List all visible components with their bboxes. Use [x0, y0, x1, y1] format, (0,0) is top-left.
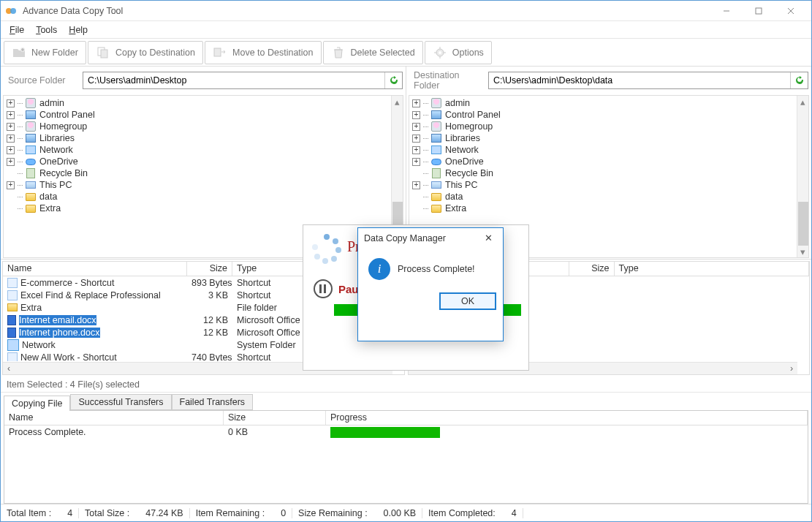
file-size: 12 KB: [187, 315, 232, 325]
tree-item[interactable]: Extra: [409, 203, 797, 214]
col-type[interactable]: Type: [615, 262, 810, 276]
tree-item[interactable]: Extra: [4, 203, 391, 214]
item-remaining-value: 0: [281, 508, 286, 518]
col-size[interactable]: Size: [224, 411, 326, 425]
scroll-right-icon[interactable]: ›: [786, 363, 797, 374]
tab-failed-transfers[interactable]: Failed Transfers: [172, 394, 254, 410]
tree-item[interactable]: Recycle Bin: [4, 167, 391, 179]
bin-icon: [430, 167, 442, 179]
item-completed-value: 4: [512, 508, 517, 518]
tree-item[interactable]: data: [4, 191, 391, 203]
tree-item[interactable]: Recycle Bin: [409, 167, 797, 179]
expand-icon[interactable]: [412, 99, 420, 107]
tree-item[interactable]: OneDrive: [409, 156, 797, 167]
scroll-thumb[interactable]: [798, 202, 808, 246]
tree-item[interactable]: Homegroup: [4, 121, 391, 132]
expand-icon[interactable]: [412, 181, 420, 189]
destination-tree-scrollbar[interactable]: ▴ ▾: [797, 96, 808, 257]
expand-icon[interactable]: [7, 181, 15, 189]
source-refresh-button[interactable]: [384, 72, 402, 88]
maximize-button[interactable]: [743, 1, 775, 21]
tree-item[interactable]: Network: [4, 144, 391, 156]
close-button[interactable]: [775, 1, 807, 21]
trash-icon: [331, 45, 346, 60]
source-path-input[interactable]: [83, 74, 384, 87]
total-item-label: Total Item :: [7, 508, 51, 518]
tree-item[interactable]: Control Panel: [409, 109, 797, 121]
scroll-left-icon[interactable]: ‹: [3, 363, 15, 374]
col-size[interactable]: Size: [187, 262, 232, 276]
expand-icon[interactable]: [412, 146, 420, 154]
col-size[interactable]: Size: [569, 262, 615, 276]
tree-item[interactable]: data: [409, 191, 797, 203]
menu-help[interactable]: Help: [64, 23, 92, 37]
svg-point-20: [322, 258, 328, 264]
file-size: 3 KB: [187, 290, 232, 300]
shortcut-icon: [7, 278, 18, 288]
window-title: Advance Data Copy Tool: [23, 6, 710, 16]
spinner-icon: [311, 232, 343, 265]
move-to-destination-button[interactable]: Move to Destination: [205, 41, 321, 64]
expand-icon[interactable]: [7, 158, 15, 166]
dialog-close-button[interactable]: ✕: [479, 232, 497, 243]
net-icon: [25, 144, 37, 156]
new-folder-button[interactable]: New Folder: [4, 41, 86, 64]
move-icon: [213, 45, 227, 60]
menu-tools[interactable]: Tools: [31, 23, 61, 37]
folder-icon: [430, 203, 442, 214]
transfer-row: Process Complete. 0 KB: [4, 425, 808, 439]
pause-button[interactable]: Pau: [314, 279, 359, 298]
col-name[interactable]: Name: [3, 262, 187, 276]
expand-icon[interactable]: [412, 111, 420, 119]
tab-copying-file[interactable]: Copying File: [4, 396, 70, 411]
transfer-size: 0 KB: [224, 427, 326, 437]
tree-item-label: This PC: [445, 179, 477, 191]
ok-button[interactable]: OK: [440, 293, 496, 309]
expand-icon[interactable]: [412, 158, 420, 166]
destination-refresh-button[interactable]: [790, 72, 808, 88]
expand-icon[interactable]: [412, 135, 420, 143]
svg-point-17: [333, 238, 338, 244]
tree-item-label: Recycle Bin: [445, 167, 493, 179]
tab-successful-transfers[interactable]: Successful Transfers: [70, 394, 171, 410]
tree-item[interactable]: Libraries: [409, 132, 797, 144]
copy-to-destination-button[interactable]: Copy to Destination: [88, 41, 203, 64]
expand-icon[interactable]: [7, 135, 15, 143]
file-name: Excel Find & Replace Professional: [20, 290, 161, 300]
expand-icon[interactable]: [7, 99, 15, 107]
app-window: Advance Data Copy Tool File Tools Help N…: [0, 0, 812, 522]
tree-item[interactable]: This PC: [4, 179, 391, 191]
tree-item[interactable]: This PC: [409, 179, 797, 191]
tree-item[interactable]: Control Panel: [4, 109, 391, 121]
delete-selected-button[interactable]: Delete Selected: [323, 41, 423, 64]
svg-point-1: [10, 8, 16, 14]
expand-icon[interactable]: [7, 111, 15, 119]
cloud-icon: [25, 156, 37, 167]
tree-item[interactable]: admin: [4, 97, 391, 109]
scroll-up-icon[interactable]: ▴: [797, 96, 809, 107]
expand-icon[interactable]: [7, 123, 15, 131]
dialog-message: Process Complete!: [398, 264, 475, 274]
tree-item[interactable]: Network: [409, 144, 797, 156]
tree-item[interactable]: Libraries: [4, 132, 391, 144]
svg-rect-24: [324, 284, 326, 293]
folder-plus-icon: [12, 45, 26, 60]
minimize-button[interactable]: [710, 1, 743, 21]
menu-file[interactable]: File: [5, 23, 29, 37]
total-item-value: 4: [67, 508, 72, 518]
col-progress[interactable]: Progress: [326, 411, 808, 425]
shortcut-icon: [7, 290, 18, 300]
total-size-label: Total Size :: [85, 508, 129, 518]
scroll-up-icon[interactable]: ▴: [392, 96, 403, 107]
file-name: Extra: [20, 303, 42, 313]
destination-path-row: Destination Folder: [406, 67, 811, 94]
options-button[interactable]: Options: [425, 41, 492, 64]
expand-icon[interactable]: [412, 123, 420, 131]
tree-item[interactable]: admin: [409, 97, 797, 109]
col-name[interactable]: Name: [4, 411, 224, 425]
tree-item[interactable]: Homegroup: [409, 121, 797, 132]
expand-icon[interactable]: [7, 146, 15, 154]
scroll-down-icon[interactable]: ▾: [797, 246, 809, 257]
destination-path-input[interactable]: [489, 74, 790, 87]
tree-item[interactable]: OneDrive: [4, 156, 391, 167]
